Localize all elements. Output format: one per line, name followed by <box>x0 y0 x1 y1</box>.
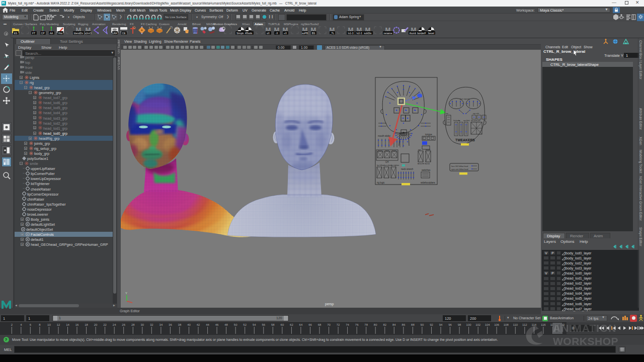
svg-text:eye blink: eye blink <box>463 120 470 122</box>
svg-text:frown: frown <box>392 150 396 152</box>
svg-text:lips follow: lips follow <box>377 164 384 166</box>
svg-text:WORKSHOP: WORKSHOP <box>553 335 618 347</box>
svg-text:108: 108 <box>504 323 509 326</box>
svg-text:28: 28 <box>131 323 135 326</box>
svg-text:switches: switches <box>422 169 431 171</box>
svg-text:40: 40 <box>187 323 191 326</box>
svg-text:mouth: mouth <box>426 149 431 151</box>
svg-text:smile: smile <box>385 150 389 152</box>
svg-text:4: 4 <box>20 323 22 326</box>
svg-text:42: 42 <box>197 323 200 326</box>
svg-text:eye: eye <box>418 149 421 151</box>
svg-text:54: 54 <box>253 323 256 326</box>
svg-text:face GUI follow head: face GUI follow head <box>451 165 468 167</box>
svg-text:18: 18 <box>85 323 88 326</box>
svg-text:14: 14 <box>66 323 69 326</box>
svg-text:tongue: tongue <box>425 133 432 136</box>
svg-text:66: 66 <box>308 323 312 326</box>
svg-text:48: 48 <box>224 323 228 326</box>
svg-text:30: 30 <box>140 323 144 326</box>
svg-text:100: 100 <box>466 323 472 326</box>
svg-text:62: 62 <box>290 323 293 326</box>
svg-text:CH: CH <box>385 161 389 163</box>
svg-text:44: 44 <box>206 323 209 326</box>
svg-text:68: 68 <box>318 323 321 326</box>
svg-text:neck stretch: neck stretch <box>401 168 414 170</box>
svg-text:34: 34 <box>159 323 163 326</box>
svg-text:wideboutplans: wideboutplans <box>421 182 436 184</box>
svg-text:32: 32 <box>150 323 153 326</box>
svg-text:104: 104 <box>485 323 491 326</box>
svg-text:2: 2 <box>11 323 13 326</box>
svg-text:88: 88 <box>411 323 415 326</box>
svg-text:92: 92 <box>430 323 433 326</box>
svg-text:lips push pull: lips push pull <box>471 120 480 122</box>
svg-text:58: 58 <box>271 323 275 326</box>
svg-text:52: 52 <box>243 323 247 326</box>
svg-text:74: 74 <box>346 323 349 326</box>
svg-text:10: 10 <box>47 323 51 326</box>
svg-text:16: 16 <box>75 323 79 326</box>
svg-text:Y: Y <box>125 292 127 295</box>
svg-text:lip: lip <box>458 120 460 122</box>
svg-text:36: 36 <box>169 323 172 326</box>
svg-text:22: 22 <box>103 323 107 326</box>
svg-text:MOUTH SUCK: MOUTH SUCK <box>418 163 430 165</box>
svg-text:TWEAKERS: TWEAKERS <box>455 138 475 142</box>
svg-text:46: 46 <box>215 323 219 326</box>
svg-text:ANIMATION: ANIMATION <box>553 322 616 334</box>
svg-text:64: 64 <box>299 323 303 326</box>
svg-text:110: 110 <box>513 323 518 326</box>
svg-text:80: 80 <box>374 323 377 326</box>
svg-text:96: 96 <box>448 323 452 326</box>
svg-text:12: 12 <box>57 323 60 326</box>
svg-text:106: 106 <box>494 323 500 326</box>
svg-text:eyes aim follow head: eyes aim follow head <box>451 168 468 170</box>
svg-text:38: 38 <box>178 323 182 326</box>
svg-text:76: 76 <box>355 323 359 326</box>
svg-text:ear: ear <box>446 113 449 115</box>
svg-text:20: 20 <box>94 323 98 326</box>
svg-text:90: 90 <box>421 323 424 326</box>
svg-text:84: 84 <box>392 323 396 326</box>
svg-text:94: 94 <box>439 323 443 326</box>
svg-text:82: 82 <box>383 323 386 326</box>
svg-text:78: 78 <box>364 323 368 326</box>
svg-text:86: 86 <box>402 323 406 326</box>
svg-text:98: 98 <box>458 323 461 326</box>
svg-text:rig logic: rig logic <box>377 182 385 184</box>
svg-text:8: 8 <box>39 323 41 326</box>
svg-text:26: 26 <box>122 323 125 326</box>
svg-text:72: 72 <box>337 323 340 326</box>
svg-text:mouth sticky: mouth sticky <box>378 135 391 137</box>
svg-text:24: 24 <box>113 323 116 326</box>
svg-text:6: 6 <box>30 323 32 326</box>
svg-text:102: 102 <box>475 323 481 326</box>
svg-text:lips tighten: lips tighten <box>391 164 399 166</box>
svg-text:60: 60 <box>281 323 284 326</box>
svg-text:70: 70 <box>327 323 331 326</box>
svg-text:56: 56 <box>262 323 265 326</box>
svg-text:face squash: face squash <box>460 98 469 100</box>
svg-text:50: 50 <box>234 323 237 326</box>
svg-text:eye reln: eye reln <box>473 113 479 115</box>
svg-text:brows: brows <box>378 150 383 152</box>
